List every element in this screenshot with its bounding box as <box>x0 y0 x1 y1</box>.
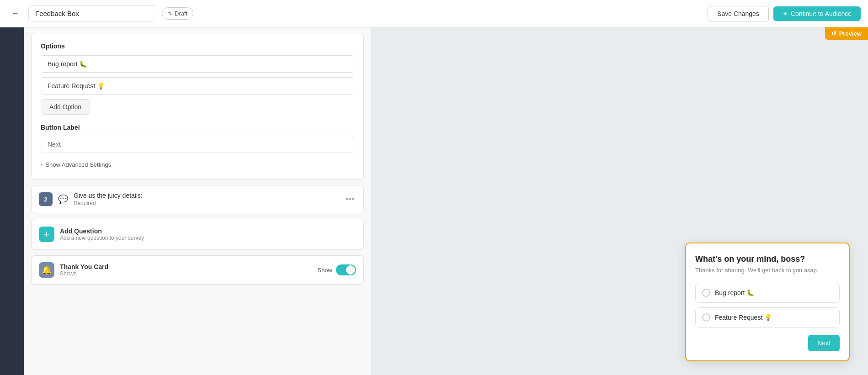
add-question-info: Add Question Add a new question to your … <box>60 227 144 241</box>
edit-icon: ✎ <box>168 11 172 17</box>
save-changes-button[interactable]: Save Changes <box>708 6 769 21</box>
right-panel: ↺ Preview What's on your mind, boss? Tha… <box>371 27 868 375</box>
add-question-sub: Add a new question to your survey <box>60 235 144 241</box>
thank-you-info: Thank You Card Shown <box>60 263 312 277</box>
question-icon-2: 💬 <box>58 194 68 204</box>
add-option-button[interactable]: Add Option <box>41 99 90 115</box>
question-menu-2[interactable]: ••• <box>344 193 356 206</box>
preview-option-1-text: Bug report 🐛 <box>715 289 754 296</box>
back-button[interactable]: ← <box>7 7 23 20</box>
show-toggle[interactable] <box>336 264 356 275</box>
advanced-label: Show Advanced Settings <box>45 161 111 168</box>
preview-option-1[interactable]: Bug report 🐛 <box>695 283 840 303</box>
show-toggle-wrap: Show <box>317 264 356 275</box>
topbar-right: Save Changes ✦ Continue to Audience <box>708 6 861 21</box>
question-info-2: Give us the juicy details: Required <box>74 192 338 206</box>
continue-to-audience-button[interactable]: ✦ Continue to Audience <box>773 6 861 21</box>
chevron-icon: › <box>41 161 43 168</box>
radio-circle-1 <box>702 289 710 297</box>
thank-you-card: 🔔 Thank You Card Shown Show <box>31 255 364 285</box>
left-panel: Options Add Option Button Label › Show A… <box>24 27 371 375</box>
question-options-panel: Options Add Option Button Label › Show A… <box>31 33 364 180</box>
preview-refresh-icon: ↺ <box>831 30 836 37</box>
radio-circle-2 <box>702 313 710 322</box>
thank-you-icon: 🔔 <box>39 262 54 278</box>
continue-label: Continue to Audience <box>791 10 852 17</box>
survey-title-input[interactable] <box>28 5 156 21</box>
option1-input[interactable] <box>41 55 354 73</box>
question-sub-2: Required <box>74 200 338 206</box>
add-question-icon: + <box>39 227 54 242</box>
draft-badge[interactable]: ✎ Draft <box>162 7 193 20</box>
main-layout: Options Add Option Button Label › Show A… <box>0 27 868 375</box>
thank-you-title: Thank You Card <box>60 263 312 270</box>
sidebar-strip <box>0 27 24 375</box>
question-item-2[interactable]: 2 💬 Give us the juicy details: Required … <box>31 185 364 213</box>
preview-tag: ↺ Preview <box>825 27 868 40</box>
back-icon: ← <box>11 9 19 18</box>
show-label: Show <box>317 267 332 274</box>
draft-label: Draft <box>175 10 187 17</box>
preview-option-2-text: Feature Request 💡 <box>715 314 772 321</box>
button-label-input[interactable] <box>41 136 354 153</box>
thank-you-sub: Shown <box>60 270 312 277</box>
add-question-title: Add Question <box>60 227 144 235</box>
preview-card: What's on your mind, boss? Thanks for sh… <box>685 243 850 361</box>
question-text-2: Give us the juicy details: <box>74 192 338 199</box>
question-number-2: 2 <box>39 192 53 206</box>
add-question-item[interactable]: + Add Question Add a new question to you… <box>31 219 364 250</box>
topbar: ← ✎ Draft Save Changes ✦ Continue to Aud… <box>0 0 868 27</box>
option2-input[interactable] <box>41 77 354 95</box>
preview-next-button[interactable]: Next <box>808 335 840 351</box>
preview-card-subtitle: Thanks for sharing. We'll get back to yo… <box>695 267 840 274</box>
button-label-title: Button Label <box>41 124 354 131</box>
preview-label: Preview <box>839 30 862 37</box>
toggle-knob <box>346 265 355 275</box>
continue-icon: ✦ <box>783 10 788 17</box>
show-advanced-settings[interactable]: › Show Advanced Settings <box>41 159 354 170</box>
preview-card-title: What's on your mind, boss? <box>695 254 840 264</box>
options-title: Options <box>41 42 354 50</box>
preview-option-2[interactable]: Feature Request 💡 <box>695 307 840 327</box>
